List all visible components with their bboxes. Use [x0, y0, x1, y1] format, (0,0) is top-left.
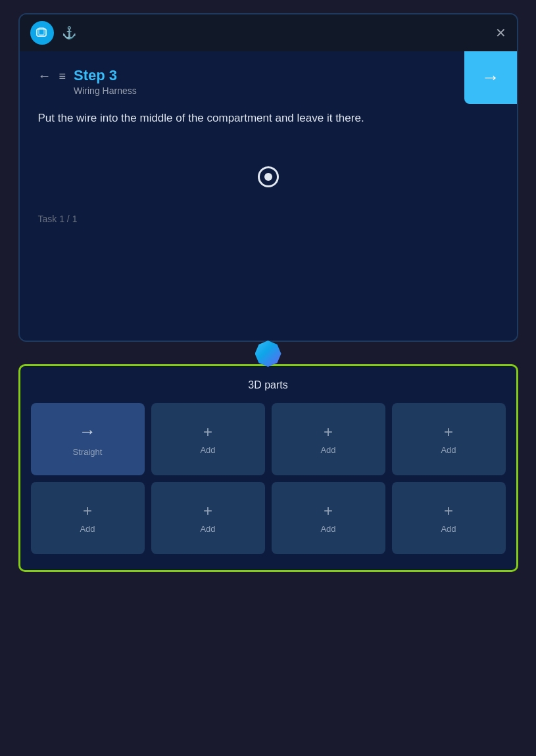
- add-icon-5: +: [203, 503, 212, 519]
- connector-gem-container: [255, 341, 281, 367]
- part-card-add-5[interactable]: + Add: [151, 482, 265, 554]
- step-subtitle: Wiring Harness: [74, 85, 498, 96]
- add-icon-7: +: [444, 503, 453, 519]
- part-card-label-2: Add: [320, 445, 335, 455]
- nav-row: ← ≡ Step 3 Wiring Harness: [38, 67, 499, 96]
- part-card-add-6[interactable]: + Add: [272, 482, 385, 554]
- list-icon: ≡: [59, 70, 66, 83]
- add-icon-4: +: [83, 503, 92, 519]
- part-card-add-4[interactable]: + Add: [31, 482, 145, 554]
- task-counter: Task 1 / 1: [38, 214, 499, 224]
- step-title: Step 3: [74, 67, 498, 84]
- media-area: [38, 166, 499, 187]
- step-description: Put the wire into the middle of the comp…: [38, 109, 406, 127]
- straight-arrow-icon: →: [79, 421, 96, 442]
- part-card-label-straight: Straight: [73, 447, 103, 457]
- next-button[interactable]: →: [464, 51, 517, 104]
- parts-grid: → Straight + Add + Add + Add + Add + Add…: [31, 403, 506, 554]
- part-card-straight[interactable]: → Straight: [31, 403, 145, 475]
- bottom-panel: 3D parts → Straight + Add + Add + Add + …: [18, 364, 518, 572]
- close-button[interactable]: ✕: [495, 25, 506, 41]
- record-button[interactable]: [258, 166, 279, 187]
- part-card-add-7[interactable]: + Add: [392, 482, 506, 554]
- part-card-label-6: Add: [320, 524, 335, 534]
- part-card-label-5: Add: [200, 524, 215, 534]
- add-icon-1: +: [203, 424, 212, 440]
- add-icon-6: +: [324, 503, 333, 519]
- part-card-label-4: Add: [80, 524, 95, 534]
- part-card-label-3: Add: [441, 445, 456, 455]
- add-icon-2: +: [324, 424, 333, 440]
- part-card-add-3[interactable]: + Add: [392, 403, 506, 475]
- anchor-icon: ⚓: [62, 26, 76, 40]
- title-bar-left: ⚓: [30, 21, 76, 45]
- part-card-label-7: Add: [441, 524, 456, 534]
- connector-gem: [255, 341, 281, 367]
- content-area: → ← ≡ Step 3 Wiring Harness Put the wire…: [20, 51, 517, 341]
- panel-title: 3D parts: [31, 379, 506, 391]
- back-button[interactable]: ←: [38, 68, 51, 83]
- next-arrow-icon: →: [481, 67, 500, 88]
- part-card-label-1: Add: [200, 445, 215, 455]
- part-card-add-2[interactable]: + Add: [272, 403, 385, 475]
- add-icon-3: +: [444, 424, 453, 440]
- main-window: ⚓ ✕ → ← ≡ Step 3 Wiring Harness Put the …: [18, 13, 518, 342]
- part-card-add-1[interactable]: + Add: [151, 403, 265, 475]
- record-inner-dot: [264, 173, 272, 181]
- title-bar: ⚓ ✕: [20, 14, 517, 51]
- step-info: Step 3 Wiring Harness: [74, 67, 498, 96]
- app-icon: [30, 21, 54, 45]
